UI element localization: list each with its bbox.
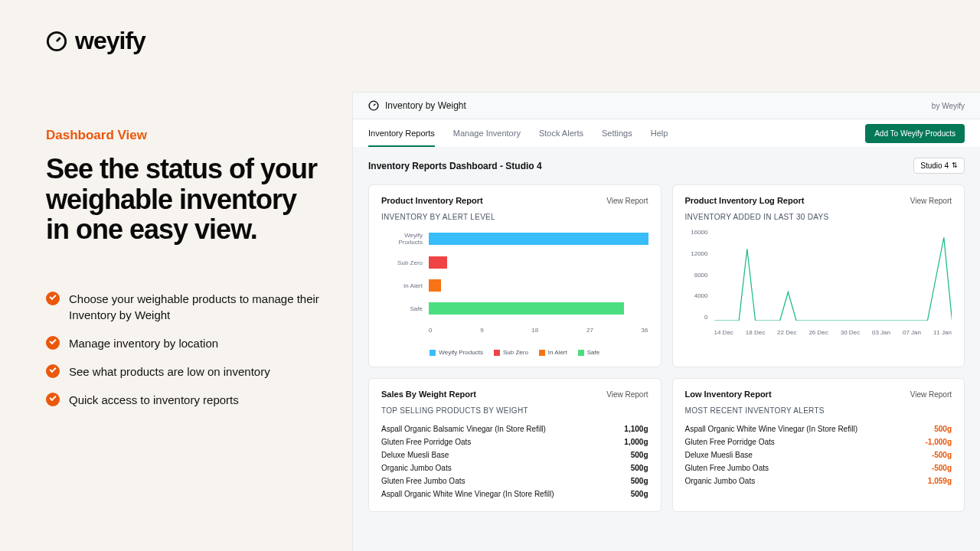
tab-bar: Inventory Reports Manage Inventory Stock…: [353, 119, 980, 147]
check-icon: [46, 393, 60, 406]
bar-fill: [429, 302, 624, 315]
table-row: Gluten Free Jumbo Oats-500g: [685, 461, 952, 474]
card-title: Product Inventory Log Report: [685, 196, 805, 205]
check-icon: [46, 336, 60, 350]
bar-label: Sub Zero: [381, 259, 429, 266]
row-name: Aspall Organic White Wine Vinegar (In St…: [381, 490, 554, 498]
weyify-logo-icon: [46, 31, 67, 52]
bar-label: Safe: [381, 305, 429, 312]
row-name: Organic Jumbo Oats: [381, 464, 452, 472]
legend-swatch: [494, 350, 500, 356]
feature-item: Choose your weighable products to manage…: [46, 291, 322, 323]
legend-swatch: [578, 350, 584, 356]
view-report-link[interactable]: View Report: [606, 390, 648, 399]
table-row: Gluten Free Porridge Oats-1,000g: [685, 435, 952, 448]
legend-item: Sub Zero: [494, 349, 528, 356]
low-inventory-table: Aspall Organic White Wine Vinegar (In St…: [685, 422, 952, 487]
legend-swatch: [430, 350, 436, 356]
svg-line-1: [57, 37, 60, 41]
card-subtitle: MOST RECENT INVENTORY ALERTS: [685, 406, 952, 415]
tab-manage-inventory[interactable]: Manage Inventory: [453, 119, 521, 147]
eyebrow-label: Dashboard View: [46, 128, 322, 143]
table-row: Gluten Free Porridge Oats1,000g: [381, 435, 648, 448]
legend-item: Weyify Products: [430, 349, 483, 356]
tab-help[interactable]: Help: [651, 119, 668, 147]
card-title: Product Inventory Report: [381, 196, 483, 205]
bar-fill: [429, 233, 648, 245]
row-value: -500g: [932, 451, 952, 459]
tab-stock-alerts[interactable]: Stock Alerts: [539, 119, 583, 147]
dashboard-title: Inventory Reports Dashboard - Studio 4: [368, 161, 542, 171]
check-icon: [46, 292, 60, 305]
bar-track: [429, 279, 648, 292]
bar-fill: [429, 256, 447, 269]
row-value: 500g: [631, 477, 648, 485]
app-logo-icon: [368, 100, 379, 111]
row-value: 1,100g: [624, 425, 648, 433]
sales-table: Aspall Organic Balsamic Vinegar (In Stor…: [381, 422, 648, 500]
row-value: 500g: [631, 451, 648, 459]
brand-logo: weyify: [46, 27, 322, 55]
check-icon: [46, 364, 60, 378]
table-row: Organic Jumbo Oats1,059g: [685, 474, 952, 487]
row-value: 1,000g: [624, 438, 648, 446]
bar-fill: [429, 279, 441, 292]
app-byline: by Weyify: [932, 102, 965, 110]
marketing-panel: weyify Dashboard View See the status of …: [0, 0, 352, 551]
row-value: -500g: [932, 464, 952, 472]
line-plot-svg: [714, 229, 952, 321]
add-products-button[interactable]: Add To Weyify Products: [865, 124, 965, 143]
dashboard-body: Inventory Reports Dashboard - Studio 4 S…: [353, 147, 980, 551]
row-name: Gluten Free Porridge Oats: [381, 438, 471, 446]
table-row: Organic Jumbo Oats500g: [381, 461, 648, 474]
card-inventory-log-report: Product Inventory Log Report View Report…: [672, 184, 965, 367]
chart-legend: Weyify ProductsSub ZeroIn AlertSafe: [381, 349, 648, 356]
row-value: -1,000g: [926, 438, 952, 446]
view-report-link[interactable]: View Report: [910, 197, 952, 205]
table-row: Gluten Free Jumbo Oats500g: [381, 474, 648, 487]
tab-inventory-reports[interactable]: Inventory Reports: [368, 119, 435, 147]
row-name: Gluten Free Jumbo Oats: [381, 477, 466, 485]
card-title: Low Inventory Report: [685, 390, 772, 399]
feature-list: Choose your weighable products to manage…: [46, 291, 322, 420]
svg-line-3: [374, 104, 375, 106]
legend-swatch: [539, 350, 545, 356]
row-value: 500g: [631, 490, 648, 498]
tab-settings[interactable]: Settings: [602, 119, 632, 147]
bar-track: [429, 302, 648, 315]
row-name: Aspall Organic White Wine Vinegar (In St…: [685, 425, 858, 433]
row-name: Organic Jumbo Oats: [685, 477, 756, 485]
card-subtitle: INVENTORY ADDED IN LAST 30 DAYS: [685, 213, 952, 221]
legend-item: In Alert: [539, 349, 567, 356]
row-name: Deluxe Muesli Base: [685, 451, 753, 459]
card-product-inventory-report: Product Inventory Report View Report INV…: [368, 184, 662, 367]
legend-item: Safe: [578, 349, 599, 356]
view-report-link[interactable]: View Report: [606, 197, 648, 205]
table-row: Deluxe Muesli Base500g: [381, 448, 648, 461]
card-title: Sales By Weight Report: [381, 390, 476, 399]
bar-track: [429, 233, 648, 245]
table-row: Aspall Organic Balsamic Vinegar (In Stor…: [381, 422, 648, 435]
row-value: 500g: [934, 425, 952, 433]
row-name: Aspall Organic Balsamic Vinegar (In Stor…: [381, 425, 546, 433]
app-frame: Inventory by Weight by Weyify Inventory …: [352, 92, 980, 551]
location-select[interactable]: Studio 4 ⇅: [913, 158, 965, 174]
bar-label: Weyify Products: [381, 232, 429, 246]
table-row: Aspall Organic White Wine Vinegar (In St…: [381, 487, 648, 500]
app-title-bar: Inventory by Weight by Weyify: [353, 93, 980, 119]
table-row: Deluxe Muesli Base-500g: [685, 448, 952, 461]
bar-label: In Alert: [381, 282, 429, 289]
row-value: 500g: [631, 464, 648, 472]
row-value: 1,059g: [928, 477, 952, 485]
headline: See the status of your weighable invento…: [46, 154, 322, 245]
app-title: Inventory by Weight: [385, 100, 466, 111]
brand-name: weyify: [75, 27, 145, 55]
feature-item: Manage inventory by location: [46, 335, 322, 351]
sort-icon: ⇅: [952, 162, 958, 169]
card-subtitle: INVENTORY BY ALERT LEVEL: [381, 213, 648, 221]
feature-item: Quick access to inventory reports: [46, 392, 322, 408]
view-report-link[interactable]: View Report: [910, 390, 952, 399]
card-subtitle: TOP SELLING PRODUCTS BY WEIGHT: [381, 406, 648, 415]
bar-chart: Weyify ProductsSub ZeroIn AlertSafe09182…: [381, 229, 648, 356]
feature-item: See what products are low on inventory: [46, 364, 322, 380]
